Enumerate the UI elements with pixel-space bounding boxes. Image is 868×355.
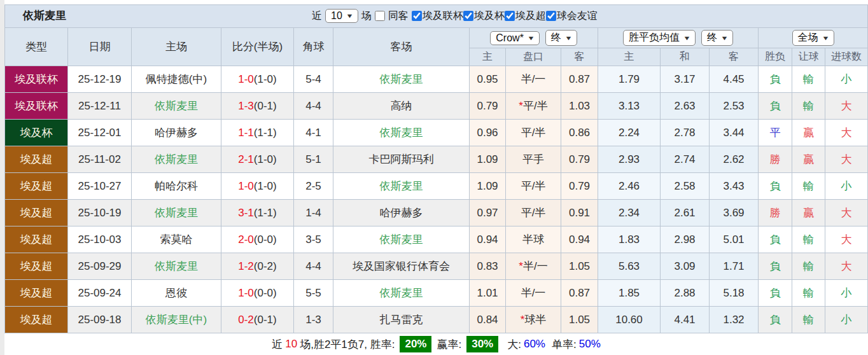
halftime-score: (0-0) (254, 287, 277, 299)
sub-header-avg-draw: 和 (661, 48, 710, 66)
odds-time-value: 终 (551, 31, 561, 45)
summary-near-label: 近 (272, 337, 283, 352)
score-cell: 1-0(1-0) (221, 66, 294, 93)
avg-time-select[interactable]: 终 ▼ (701, 30, 733, 46)
fulltime-score: 3-1 (238, 207, 254, 219)
single-rate-value: 50% (579, 338, 601, 351)
odds-home-value: 0.97 (470, 200, 506, 226)
league-badge: 埃及超 (5, 146, 68, 173)
competition-label: 埃及联杯 (423, 10, 463, 23)
avg-type-value: 胜平负均值 (629, 31, 680, 45)
competition-filters: 埃及联杯埃及杯埃及超球会友谊 (412, 10, 598, 23)
halftime-score: (0-1) (254, 100, 277, 112)
league-badge: 埃及杯 (5, 120, 68, 146)
odds-home-value: 1.01 (470, 280, 506, 307)
sub-header-odds-home: 主 (470, 48, 506, 66)
home-team: 依斯麦里 (132, 146, 221, 173)
halftime-score: (0-1) (254, 314, 277, 326)
handicap-line: *平/半 (506, 93, 561, 120)
win-rate-badge: 20% (400, 336, 431, 352)
handicap-line-text: 半/一 (523, 260, 548, 272)
odds-away-value: 0.79 (561, 173, 598, 200)
competition-checkbox[interactable] (546, 11, 556, 21)
competition-checkbox[interactable] (505, 11, 515, 21)
handicap-line: *球半 (506, 307, 561, 333)
match-rows: 埃及联杯 25-12-19 佩特捷德(中) 1-0(1-0) 5-4 依斯麦里 … (5, 66, 868, 333)
odds-time-select[interactable]: 终 ▼ (545, 30, 577, 46)
fulltime-score: 2-1 (238, 153, 254, 165)
score-cell: 1-3(0-1) (221, 93, 294, 120)
sub-header-odds-line: 盘口 (506, 48, 561, 66)
avg-type-select[interactable]: 胜平负均值 ▼ (623, 30, 696, 46)
table-row: 埃及杯 25-12-01 哈伊赫多 1-1(1-1) 4-1 依斯麦里 0.96… (5, 120, 868, 146)
match-date: 25-09-24 (68, 280, 132, 307)
result-handicap-value: 贏 (792, 146, 825, 173)
handicap-line: 平手 (506, 146, 561, 173)
result-scope-select[interactable]: 全场 ▼ (792, 30, 834, 46)
odds-home-value: 0.94 (470, 226, 506, 253)
result-handicap-value: 贏 (792, 200, 825, 226)
fulltime-score: 0-2 (238, 314, 254, 326)
league-badge: 埃及超 (5, 307, 68, 333)
halftime-score: (0-0) (254, 233, 277, 246)
competition-checkbox[interactable] (463, 11, 473, 21)
odds-away-value: 1.03 (561, 93, 598, 120)
league-badge: 埃及联杯 (5, 66, 68, 93)
away-team: 依斯麦里 (333, 226, 470, 253)
same-venue-checkbox[interactable] (375, 11, 385, 21)
away-team: 哈伊赫多 (333, 200, 470, 226)
away-team: 扎马雷克 (333, 307, 470, 333)
avg-group-header: 胜平负均值 ▼ 终 ▼ (598, 28, 759, 48)
table-row: 埃及联杯 25-12-19 佩特捷德(中) 1-0(1-0) 5-4 依斯麦里 … (5, 66, 868, 93)
avg-away-value: 3.43 (710, 173, 759, 200)
home-team: 哈伊赫多 (132, 120, 221, 146)
col-header-date: 日期 (68, 28, 132, 66)
chevron-down-icon: ▼ (564, 35, 572, 41)
away-team: 依斯麦里 (333, 66, 470, 93)
chevron-down-icon: ▼ (822, 35, 829, 41)
avg-away-value: 2.62 (710, 146, 759, 173)
col-header-away: 客场 (333, 28, 470, 66)
competition-checkbox[interactable] (412, 11, 422, 21)
col-header-home: 主场 (132, 28, 221, 66)
handicap-line-text: 半/一 (521, 73, 546, 85)
odds-away-value: 0.87 (561, 280, 598, 307)
result-goals-value: 大 (825, 93, 868, 120)
league-badge: 埃及超 (5, 280, 68, 307)
league-badge: 埃及联杯 (5, 93, 68, 120)
table-row: 埃及联杯 25-12-11 依斯麦里 1-3(0-1) 4-4 高纳 0.79 … (5, 93, 868, 120)
halftime-score: (1-0) (254, 153, 277, 165)
avg-draw-value: 2.58 (661, 173, 710, 200)
result-goals-value: 大 (825, 146, 868, 173)
result-outcome-value: 勝 (759, 146, 792, 173)
avg-draw-value: 2.98 (661, 226, 710, 253)
away-team: 依斯麦里 (333, 173, 470, 200)
result-handicap-value: 贏 (792, 120, 825, 146)
odds-away-value: 0.91 (561, 200, 598, 226)
match-date: 25-12-19 (68, 66, 132, 93)
match-stats-panel: 依斯麦里 近 10 ▼ 场 同客 埃及联杯埃及杯埃及超球会友谊 类型 日期 主场 (4, 4, 868, 355)
table-row: 埃及超 25-09-29 依斯麦里 1-2(0-2) 4-4 埃及国家银行体育会… (5, 253, 868, 280)
result-scope-value: 全场 (798, 31, 818, 45)
corner-score: 4-4 (294, 253, 333, 280)
result-handicap-value: 輸 (792, 307, 825, 333)
competition-label: 埃及杯 (474, 10, 505, 23)
table-row: 埃及超 25-11-02 依斯麦里 2-1(1-0) 5-1 卡巴阿斯玛利 1.… (5, 146, 868, 173)
near-count-select[interactable]: 10 ▼ (325, 9, 358, 23)
sub-header-avg-home: 主 (598, 48, 661, 66)
league-badge: 埃及超 (5, 173, 68, 200)
result-outcome-value: 負 (759, 66, 792, 93)
avg-away-value: 3.69 (710, 200, 759, 226)
handicap-line: 平/半 (506, 200, 561, 226)
corner-score: 5-4 (294, 66, 333, 93)
handicap-line: 半/一 (506, 280, 561, 307)
odds-home-value: 0.84 (470, 307, 506, 333)
odds-source-select[interactable]: Crow* ▼ (490, 31, 539, 45)
away-team: 卡巴阿斯玛利 (333, 146, 470, 173)
result-group-header: 全场 ▼ (759, 28, 868, 48)
sub-header-avg-away: 客 (710, 48, 759, 66)
avg-draw-value: 2.78 (661, 120, 710, 146)
result-handicap-value: 輸 (792, 66, 825, 93)
match-date: 25-10-19 (68, 200, 132, 226)
avg-away-value: 5.18 (710, 280, 759, 307)
